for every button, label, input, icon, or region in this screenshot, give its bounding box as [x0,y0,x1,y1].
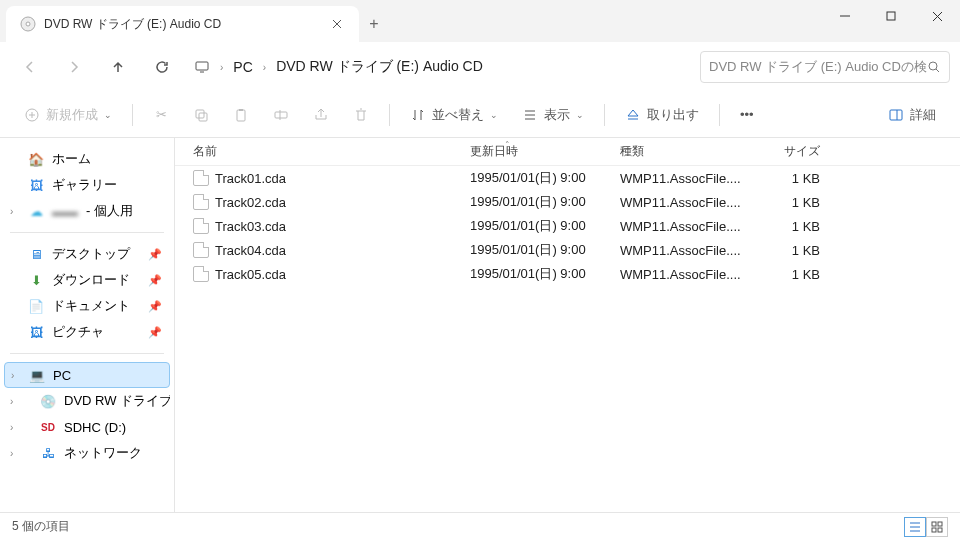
sidebar-item-network[interactable]: ›🖧ネットワーク [4,440,170,466]
icons-view-button[interactable] [926,517,948,537]
clipboard-icon [233,107,249,123]
file-type: WMP11.AssocFile.... [620,195,750,210]
chevron-down-icon: ⌄ [576,110,584,120]
header-date[interactable]: 更新日時 [470,143,620,160]
chevron-right-icon[interactable]: › [10,206,13,217]
svg-rect-6 [196,110,204,118]
sidebar-item-documents[interactable]: 📄ドキュメント📌 [4,293,170,319]
share-button[interactable] [305,103,337,127]
search-icon [927,60,941,74]
tab-current[interactable]: DVD RW ドライブ (E:) Audio CD [6,6,359,42]
sidebar-item-onedrive[interactable]: ›☁▬▬ - 個人用 [4,198,170,224]
sidebar-item-label: ダウンロード [52,271,130,289]
copy-button[interactable] [185,103,217,127]
status-bar: 5 個の項目 [0,512,960,540]
table-row[interactable]: Track01.cda1995/01/01(日) 9:00WMP11.Assoc… [175,166,960,190]
sidebar-item-home[interactable]: 🏠ホーム [4,146,170,172]
delete-button[interactable] [345,103,377,127]
table-row[interactable]: Track05.cda1995/01/01(日) 9:00WMP11.Assoc… [175,262,960,286]
file-list: 名前 ˄ 更新日時 種類 サイズ Track01.cda1995/01/01(日… [175,138,960,512]
home-icon: 🏠 [28,151,44,167]
sidebar-item-sdhc[interactable]: ›SDSDHC (D:) [4,414,170,440]
file-icon [193,242,209,258]
header-type[interactable]: 種類 [620,143,750,160]
up-button[interactable] [98,47,138,87]
sort-indicator-icon: ˄ [505,140,510,150]
sort-button[interactable]: 並べ替え ⌄ [402,102,506,128]
view-mode-buttons [904,517,948,537]
paste-button[interactable] [225,103,257,127]
cut-button[interactable]: ✂ [145,103,177,127]
sidebar-item-downloads[interactable]: ⬇ダウンロード📌 [4,267,170,293]
refresh-button[interactable] [142,47,182,87]
table-row[interactable]: Track04.cda1995/01/01(日) 9:00WMP11.Assoc… [175,238,960,262]
view-button[interactable]: 表示 ⌄ [514,102,592,128]
file-date: 1995/01/01(日) 9:00 [470,217,620,235]
column-headers: 名前 ˄ 更新日時 種類 サイズ [175,138,960,166]
eject-label: 取り出す [647,106,699,124]
search-input[interactable]: DVD RW ドライブ (E:) Audio CDの検 [700,51,950,83]
rename-button[interactable] [265,103,297,127]
nav-bar: › PC › DVD RW ドライブ (E:) Audio CD DVD RW … [0,42,960,92]
svg-rect-11 [890,110,902,120]
network-icon: 🖧 [40,445,56,461]
file-date: 1995/01/01(日) 9:00 [470,169,620,187]
file-name: Track05.cda [215,267,286,282]
svg-rect-9 [239,109,243,111]
svg-rect-10 [275,112,287,118]
crumb-pc[interactable]: PC [233,59,252,75]
tab-close-button[interactable] [329,16,345,32]
disc-icon [20,16,36,32]
sidebar-item-dvd[interactable]: ›💿DVD RW ドライブ (E:) A [4,388,170,414]
eject-button[interactable]: 取り出す [617,102,707,128]
breadcrumb[interactable]: › PC › DVD RW ドライブ (E:) Audio CD [186,58,696,76]
chevron-down-icon: ⌄ [490,110,498,120]
table-row[interactable]: Track02.cda1995/01/01(日) 9:00WMP11.Assoc… [175,190,960,214]
crumb-current[interactable]: DVD RW ドライブ (E:) Audio CD [276,58,483,76]
chevron-right-icon[interactable]: › [11,370,14,381]
sidebar-item-label: DVD RW ドライブ (E:) A [64,392,170,410]
sidebar-item-pc[interactable]: ›💻PC [4,362,170,388]
chevron-right-icon[interactable]: › [10,422,13,433]
list-icon [522,107,538,123]
monitor-icon [194,59,210,75]
copy-icon [193,107,209,123]
minimize-button[interactable] [822,0,868,32]
sidebar-item-pictures[interactable]: 🖼ピクチャ📌 [4,319,170,345]
chevron-right-icon[interactable]: › [10,448,13,459]
svg-rect-15 [938,528,942,532]
sidebar-item-label: デスクトップ [52,245,130,263]
sort-icon [410,107,426,123]
sidebar-item-gallery[interactable]: 🖼ギャラリー [4,172,170,198]
forward-button[interactable] [54,47,94,87]
close-window-button[interactable] [914,0,960,32]
file-name: Track01.cda [215,171,286,186]
file-date: 1995/01/01(日) 9:00 [470,265,620,283]
divider [10,232,164,233]
chevron-right-icon[interactable]: › [10,396,13,407]
svg-point-4 [929,62,937,70]
chevron-right-icon: › [220,62,223,73]
search-placeholder: DVD RW ドライブ (E:) Audio CDの検 [709,58,927,76]
sidebar-item-label: PC [53,368,71,383]
header-size[interactable]: サイズ [750,143,830,160]
table-row[interactable]: Track03.cda1995/01/01(日) 9:00WMP11.Assoc… [175,214,960,238]
file-name: Track03.cda [215,219,286,234]
svg-rect-12 [932,522,936,526]
back-button[interactable] [10,47,50,87]
maximize-button[interactable] [868,0,914,32]
gallery-icon: 🖼 [28,177,44,193]
file-rows: Track01.cda1995/01/01(日) 9:00WMP11.Assoc… [175,166,960,512]
details-button[interactable]: 詳細 [880,102,944,128]
file-size: 1 KB [750,267,830,282]
file-icon [193,194,209,210]
plus-circle-icon [24,107,40,123]
more-button[interactable]: ••• [732,103,762,126]
header-name[interactable]: 名前 [175,143,470,160]
pin-icon: 📌 [148,248,162,261]
sidebar-item-desktop[interactable]: 🖥デスクトップ📌 [4,241,170,267]
details-view-button[interactable] [904,517,926,537]
new-button[interactable]: 新規作成 ⌄ [16,102,120,128]
new-tab-button[interactable]: + [369,6,378,42]
sidebar: 🏠ホーム 🖼ギャラリー ›☁▬▬ - 個人用 🖥デスクトップ📌 ⬇ダウンロード📌… [0,138,175,512]
